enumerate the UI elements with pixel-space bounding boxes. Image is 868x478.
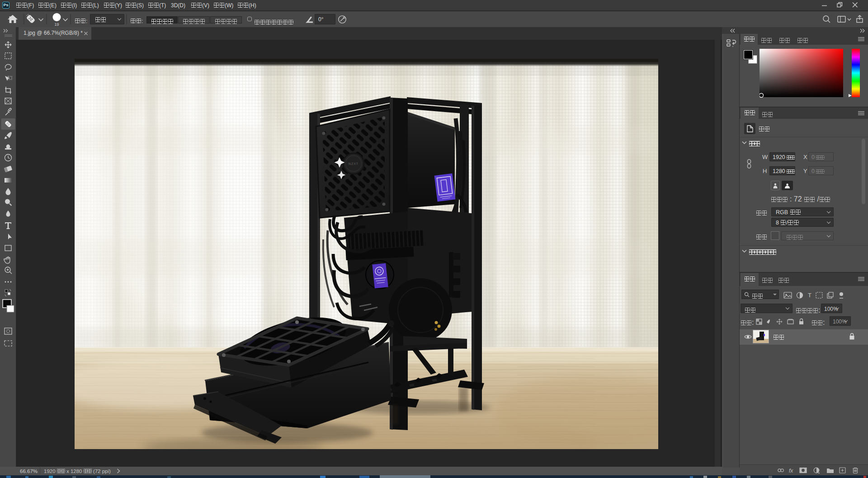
svg-text:T: T — [808, 292, 811, 299]
svg-text:19: 19 — [54, 22, 59, 27]
svg-text:fx: fx — [789, 468, 793, 474]
svg-text:NZXT: NZXT — [349, 162, 359, 165]
